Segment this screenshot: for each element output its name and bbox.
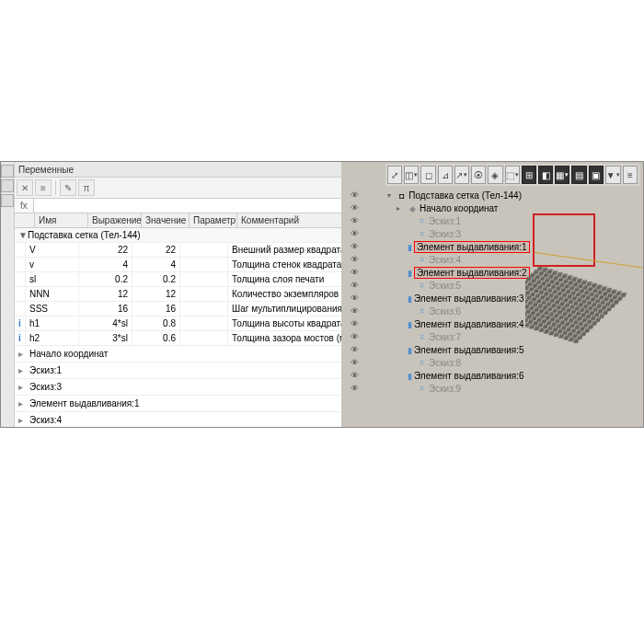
visibility-toggle[interactable]: 👁 [348, 344, 361, 356]
svg-rect-477 [574, 339, 579, 339]
view-button[interactable]: ≡ [623, 166, 638, 184]
visibility-toggle[interactable]: 👁 [348, 202, 361, 214]
view-button[interactable]: ⊞ [522, 166, 536, 184]
expand-icon: ▸ [18, 349, 29, 359]
svg-rect-111 [532, 278, 536, 279]
svg-rect-113 [537, 280, 542, 281]
var-expr: 0.2 [79, 272, 132, 286]
tree-node[interactable]: ⌗Эскиз:6 [387, 305, 522, 317]
tree-root-node[interactable]: ▾ ◘ Подставка сетка (Тел-144) [387, 190, 522, 201]
svg-rect-123 [562, 288, 567, 289]
svg-rect-297 [538, 304, 543, 305]
svg-rect-363 [531, 311, 535, 312]
svg-rect-265 [547, 302, 552, 303]
svg-rect-471 [559, 334, 564, 335]
view-button[interactable]: ◧ [538, 166, 553, 184]
tab-icon[interactable] [1, 194, 14, 207]
col-param[interactable]: Параметр [190, 213, 237, 227]
tree-node[interactable]: ▮Элемент выдавливания:4 [387, 318, 522, 330]
visibility-toggle[interactable]: 👁 [348, 241, 361, 253]
tool-button[interactable]: ✎ [60, 179, 76, 196]
svg-rect-290 [525, 300, 528, 303]
col-expr[interactable]: Выражение [88, 213, 142, 227]
tree-node[interactable]: ▮Элемент выдавливания:2 [387, 267, 522, 279]
view-button[interactable]: ⊿ [438, 166, 453, 184]
visibility-toggle[interactable]: 👁 [348, 331, 361, 343]
3d-viewport[interactable] [525, 186, 643, 427]
visibility-toggle[interactable]: 👁 [348, 357, 361, 369]
var-name: V [26, 243, 79, 257]
visibility-toggle[interactable]: 👁 [348, 280, 361, 292]
svg-rect-221 [526, 291, 531, 292]
visibility-toggle[interactable]: 👁 [348, 305, 361, 317]
visibility-toggle[interactable]: 👁 [348, 383, 361, 395]
visibility-toggle[interactable]: 👁 [348, 293, 361, 305]
tree-node[interactable]: ▮Элемент выдавливания:1 [387, 241, 522, 253]
col-name[interactable]: Имя [35, 213, 88, 227]
var-name: NNN [26, 287, 79, 301]
visibility-toggle[interactable]: 👁 [348, 215, 361, 227]
tree-label: Эскиз:4 [429, 255, 461, 265]
tab-icon[interactable] [1, 179, 14, 192]
svg-rect-437 [554, 328, 558, 328]
svg-rect-65 [604, 292, 608, 293]
expand-icon: ▸ [397, 204, 405, 213]
tool-button[interactable]: ✕ [17, 179, 33, 196]
svg-rect-173 [592, 302, 597, 303]
tool-button[interactable]: π [78, 179, 95, 196]
svg-rect-247 [590, 311, 594, 312]
svg-rect-329 [530, 305, 535, 306]
tree-node[interactable]: ⌗Эскиз:4 [387, 254, 522, 266]
view-button[interactable]: ◈ [488, 166, 502, 184]
svg-rect-467 [550, 330, 555, 331]
tool-button[interactable]: ≡ [35, 179, 52, 196]
view-button[interactable]: ⦿ [471, 166, 486, 184]
visibility-toggle[interactable]: 👁 [348, 228, 361, 240]
tree-label: Подставка сетка (Тел-144) [408, 190, 522, 201]
svg-rect-5 [548, 269, 553, 270]
svg-rect-461 [535, 326, 540, 327]
tree-node[interactable]: ▮Элемент выдавливания:5 [387, 344, 522, 356]
svg-rect-99 [595, 293, 600, 294]
svg-rect-73 [531, 273, 535, 274]
tree-node[interactable]: ⌗Эскиз:3 [387, 228, 522, 240]
tree-node[interactable]: ▮Элемент выдавливания:3 [387, 293, 522, 305]
svg-rect-141 [606, 302, 611, 303]
tree-node[interactable]: ⌗Эскиз:7 [387, 331, 522, 343]
tree-node[interactable]: ⌗Эскиз:1 [387, 215, 522, 227]
svg-rect-87 [566, 284, 570, 285]
visibility-toggle[interactable]: 👁 [348, 254, 361, 266]
tree-node[interactable]: ⌗Эскиз:8 [387, 357, 522, 369]
view-button[interactable]: ⤢ [387, 166, 402, 184]
view-button[interactable]: ▣ [589, 166, 604, 184]
view-button[interactable]: ↗▾ [454, 166, 469, 184]
svg-rect-424 [525, 319, 528, 322]
view-button[interactable]: ▦▾ [555, 166, 569, 184]
view-button[interactable]: ⬚▾ [505, 166, 520, 184]
svg-rect-377 [566, 322, 570, 323]
visibility-toggle[interactable]: 👁 [348, 190, 361, 201]
tab-icon[interactable] [1, 165, 14, 178]
view-button[interactable]: ▼▾ [605, 166, 621, 184]
tree-node[interactable]: ⌗Эскиз:5 [387, 280, 522, 292]
tree-node[interactable]: ▮Элемент выдавливания:6 [387, 370, 522, 382]
tree-label: Элемент выдавливания:6 [414, 371, 524, 381]
svg-rect-431 [539, 322, 544, 323]
visibility-toggle[interactable]: 👁 [348, 318, 361, 330]
tree-label: Элемент выдавливания:3 [414, 293, 524, 304]
tree-origin-node[interactable]: ▸ ◆ Начало координат [387, 202, 522, 214]
visibility-toggle[interactable]: 👁 [348, 267, 361, 279]
svg-rect-139 [601, 300, 605, 301]
svg-rect-161 [563, 293, 568, 293]
svg-rect-425 [525, 317, 529, 318]
tree-node[interactable]: ⌗Эскиз:9 [387, 383, 522, 395]
view-button[interactable]: ▤ [571, 166, 586, 184]
view-button[interactable]: ◻ [420, 166, 435, 184]
svg-rect-367 [541, 314, 546, 315]
svg-rect-107 [615, 300, 619, 301]
view-button[interactable]: ◫▾ [404, 166, 419, 184]
visibility-toggle[interactable]: 👁 [348, 370, 361, 382]
col-value[interactable]: Значение [142, 213, 190, 227]
var-param [180, 243, 228, 257]
svg-rect-395 [528, 315, 533, 316]
